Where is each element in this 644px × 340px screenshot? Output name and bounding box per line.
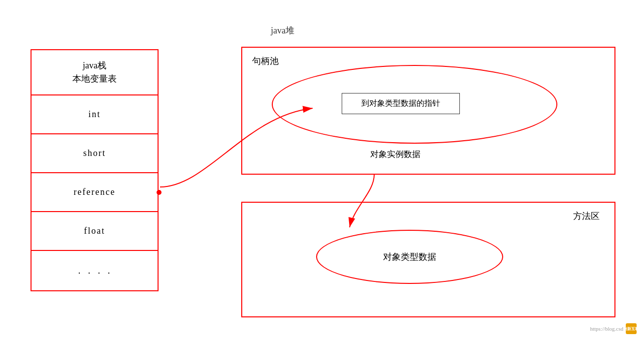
java-heap-label: java堆 [271, 25, 294, 36]
stack-header: java栈 本地变量表 [32, 50, 158, 95]
stack-cell-reference: reference [32, 173, 158, 212]
method-area: 方法区 对象类型数据 [241, 202, 615, 317]
handle-pool-label: 句柄池 [252, 55, 279, 67]
method-ellipse: 对象类型数据 [316, 230, 503, 284]
stack-cell-int: int [32, 95, 158, 134]
diagram-container: java堆 java栈 本地变量表 int short reference fl… [0, 0, 644, 340]
instance-data-label: 对象实例数据 [370, 149, 420, 160]
watermark-url: https://blog.csd [590, 326, 623, 332]
stack-cell-float: float [32, 212, 158, 251]
pointer-box: 到对象类型数据的指针 [342, 93, 460, 114]
stack-cell-dots: ．．．． [32, 251, 158, 290]
handle-ellipse: 到对象类型数据的指针 [272, 65, 557, 144]
handle-pool: 句柄池 到对象类型数据的指针 对象实例数据 [241, 47, 615, 175]
watermark: https://blog.csd 创新互联 [590, 323, 637, 334]
stack-cell-short: short [32, 134, 158, 173]
watermark-logo: 创新互联 [626, 323, 637, 334]
method-area-label: 方法区 [573, 210, 600, 222]
java-stack: java栈 本地变量表 int short reference float ．．… [31, 49, 159, 291]
